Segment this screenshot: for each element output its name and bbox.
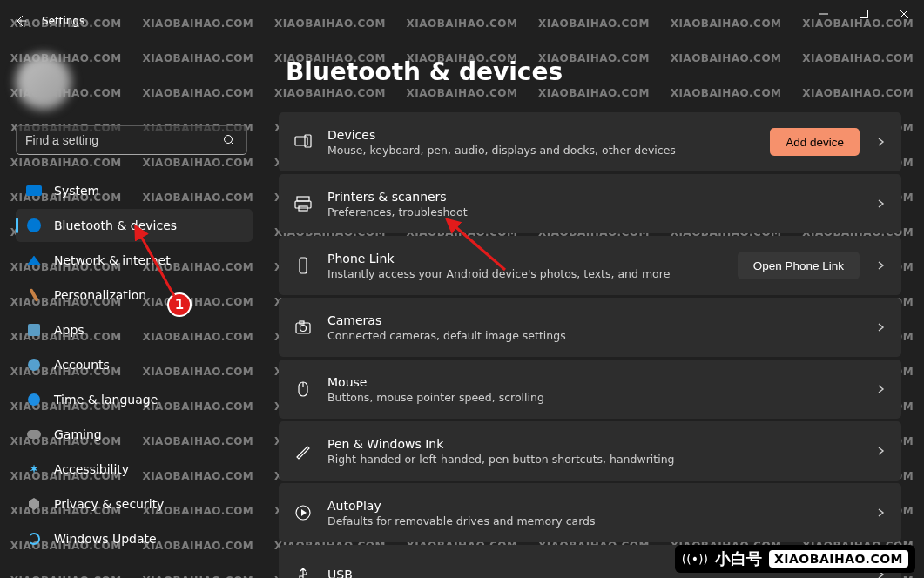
row-title: Phone Link (327, 252, 722, 265)
pen-icon (294, 442, 312, 460)
row-title: AutoPlay (327, 499, 860, 513)
maximize-button[interactable] (844, 0, 884, 28)
sidebar-item-time-icon (26, 392, 42, 407)
sidebar-item-personalization-icon (26, 287, 42, 303)
row-subtitle: Preferences, troubleshoot (327, 205, 860, 218)
sidebar-item-label: Network & internet (54, 253, 171, 267)
sidebar-item-gaming-icon (26, 427, 42, 442)
chevron-right-icon (875, 196, 886, 212)
row-phonelink[interactable]: Phone LinkInstantly access your Android … (279, 236, 901, 295)
broadcast-icon: ((•)) (682, 552, 708, 566)
sidebar-item-label: Gaming (54, 427, 102, 441)
row-subtitle: Instantly access your Android device's p… (327, 267, 722, 280)
search-icon (223, 134, 235, 146)
row-devices[interactable]: DevicesMouse, keyboard, pen, audio, disp… (279, 112, 901, 171)
row-title: Pen & Windows Ink (327, 437, 860, 451)
row-subtitle: Connected cameras, default image setting… (327, 329, 860, 342)
sidebar-item-gaming[interactable]: Gaming (16, 418, 253, 451)
row-subtitle: Mouse, keyboard, pen, audio, displays an… (327, 144, 754, 157)
sidebar-item-accounts[interactable]: Accounts (16, 348, 253, 381)
minimize-icon (819, 10, 828, 18)
svg-rect-8 (296, 323, 310, 333)
main-content: Bluetooth & devices DevicesMouse, keyboa… (268, 42, 924, 578)
chevron-right-icon (875, 258, 886, 274)
camera-icon (294, 319, 312, 336)
sidebar-item-system-icon (26, 183, 42, 198)
titlebar: Settings (0, 0, 924, 42)
close-icon (900, 10, 908, 18)
open-phone-link-button[interactable]: Open Phone Link (738, 252, 860, 279)
page-title: Bluetooth & devices (286, 57, 901, 86)
sidebar-item-network[interactable]: Network & internet (16, 244, 253, 277)
avatar[interactable] (16, 54, 71, 110)
search-box[interactable] (16, 125, 247, 155)
row-subtitle: Defaults for removable drives and memory… (327, 514, 860, 528)
svg-rect-4 (297, 197, 309, 201)
svg-rect-2 (295, 137, 307, 145)
row-subtitle: Right-handed or left-handed, pen button … (327, 453, 860, 466)
sidebar-item-label: Windows Update (54, 532, 157, 546)
chevron-right-icon (875, 319, 886, 336)
sidebar-item-privacy-icon (26, 496, 42, 512)
svg-rect-0 (860, 10, 868, 18)
sidebar-item-update[interactable]: Windows Update (16, 522, 253, 555)
sidebar-item-accounts-icon (26, 357, 42, 373)
sidebar-item-privacy[interactable]: Privacy & security (16, 487, 253, 521)
sidebar: SystemBluetooth & devicesNetwork & inter… (0, 42, 268, 578)
svg-point-1 (225, 136, 233, 144)
sidebar-item-time[interactable]: Time & language (16, 383, 253, 416)
watermark-brand-tag: XIAOBAIHAO.COM (769, 550, 908, 568)
chevron-right-icon (875, 381, 886, 398)
row-pen[interactable]: Pen & Windows InkRight-handed or left-ha… (279, 421, 901, 481)
chevron-right-icon (875, 134, 886, 151)
row-autoplay[interactable]: AutoPlayDefaults for removable drives an… (279, 483, 901, 542)
search-button[interactable] (212, 134, 246, 146)
sidebar-item-label: Accounts (54, 358, 110, 372)
svg-rect-5 (295, 201, 311, 208)
sidebar-item-bluetooth[interactable]: Bluetooth & devices (16, 209, 253, 242)
search-input[interactable] (17, 133, 212, 147)
arrow-left-icon (14, 14, 28, 28)
minimize-button[interactable] (804, 0, 844, 28)
watermark-brand-cn: 小白号 (715, 548, 762, 569)
sidebar-item-system[interactable]: System (16, 174, 253, 207)
window-title: Settings (42, 15, 84, 27)
row-title: Devices (327, 128, 754, 142)
row-mouse[interactable]: MouseButtons, mouse pointer speed, scrol… (279, 360, 901, 419)
row-title: Printers & scanners (327, 190, 860, 204)
mouse-icon (294, 380, 312, 398)
back-button[interactable] (0, 0, 42, 42)
row-title: Mouse (327, 375, 860, 389)
sidebar-item-label: Time & language (54, 393, 158, 407)
sidebar-item-apps[interactable]: Apps (16, 313, 253, 346)
sidebar-item-label: Privacy & security (54, 497, 164, 511)
sidebar-item-personalization[interactable]: Personalization (16, 279, 253, 312)
sidebar-item-apps-icon (26, 322, 42, 338)
sidebar-item-label: Bluetooth & devices (54, 218, 177, 232)
chevron-right-icon (875, 443, 886, 460)
sidebar-item-label: Personalization (54, 288, 146, 302)
phone-icon (294, 257, 312, 274)
sidebar-item-bluetooth-icon (26, 218, 42, 233)
sidebar-item-label: System (54, 184, 99, 198)
row-printers[interactable]: Printers & scannersPreferences, troubles… (279, 174, 901, 233)
row-cameras[interactable]: CamerasConnected cameras, default image … (279, 298, 901, 357)
printer-icon (294, 195, 312, 212)
sidebar-item-accessibility[interactable]: ✶Accessibility (16, 453, 253, 486)
devices-icon (294, 133, 312, 151)
sidebar-item-label: Accessibility (54, 462, 129, 476)
sidebar-item-accessibility-icon: ✶ (26, 461, 42, 477)
row-title: Cameras (327, 313, 860, 327)
svg-point-9 (300, 326, 307, 332)
autoplay-icon (294, 504, 312, 521)
chevron-right-icon (875, 505, 886, 521)
maximize-icon (860, 10, 868, 18)
row-subtitle: Buttons, mouse pointer speed, scrolling (327, 391, 860, 404)
svg-rect-7 (300, 258, 307, 273)
close-button[interactable] (884, 0, 924, 28)
sidebar-item-network-icon (26, 252, 42, 268)
add-device-button[interactable]: Add device (770, 128, 860, 156)
sidebar-item-label: Apps (54, 323, 84, 337)
sidebar-nav: SystemBluetooth & devicesNetwork & inter… (16, 174, 253, 555)
watermark-badge: ((•)) 小白号 XIAOBAIHAO.COM (675, 545, 915, 573)
